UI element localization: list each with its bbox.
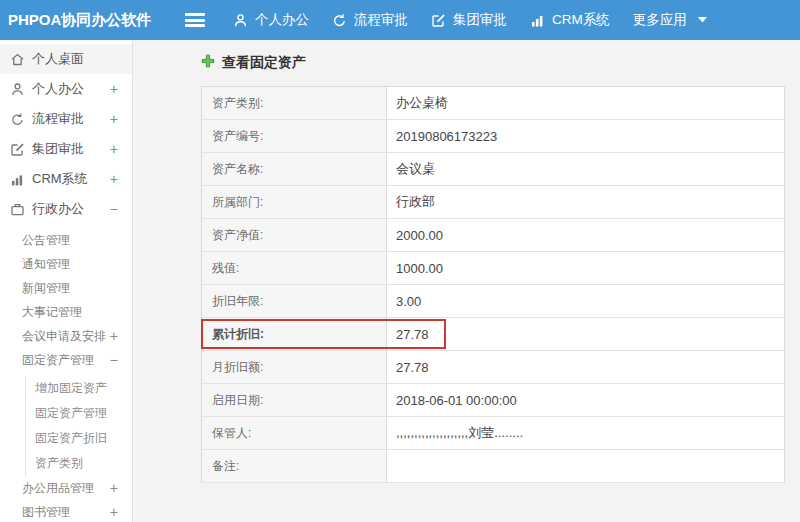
table-row-department: 所属部门: 行政部 bbox=[202, 186, 785, 219]
nav-personal-office[interactable]: 个人办公 bbox=[233, 11, 309, 29]
row-label: 备注: bbox=[202, 450, 387, 483]
sidebar-item-news-mgmt[interactable]: 新闻管理 bbox=[0, 276, 132, 300]
row-value: 行政部 bbox=[387, 186, 785, 219]
hamburger-menu-icon[interactable] bbox=[185, 13, 205, 27]
nav-label: 更多应用 bbox=[633, 11, 687, 29]
app-logo[interactable]: PHPOA协同办公软件 bbox=[0, 11, 165, 30]
sidebar-item-announcement-mgmt[interactable]: 公告管理 bbox=[0, 228, 132, 252]
caret-down-icon bbox=[698, 17, 707, 23]
row-label: 折旧年限: bbox=[202, 285, 387, 318]
expand-toggle[interactable]: + bbox=[110, 81, 118, 97]
table-row-asset-number: 资产编号: 20190806173223 bbox=[202, 120, 785, 153]
row-label: 资产净值: bbox=[202, 219, 387, 252]
sidebar-item-label: 集团审批 bbox=[32, 140, 84, 158]
nav-group-approval[interactable]: 集团审批 bbox=[431, 11, 507, 29]
sidebar-item-notice-mgmt[interactable]: 通知管理 bbox=[0, 252, 132, 276]
sidebar-item-fixed-asset-manage[interactable]: 固定资产管理 bbox=[26, 401, 132, 426]
row-label: 所属部门: bbox=[202, 186, 387, 219]
main-content: 查看固定资产 资产类别: 办公桌椅 资产编号: 20190806173223 资… bbox=[133, 40, 800, 522]
sidebar-item-label: 固定资产管理 bbox=[22, 352, 94, 369]
row-label: 资产类别: bbox=[202, 87, 387, 120]
expand-toggle[interactable]: + bbox=[110, 480, 118, 496]
sidebar-item-add-fixed-asset[interactable]: 增加固定资产 bbox=[26, 376, 132, 401]
sidebar-item-office-supplies-mgmt[interactable]: 办公用品管理+ bbox=[0, 476, 132, 500]
user-icon bbox=[10, 82, 25, 97]
table-row-custodian: 保管人: ,,,,,,,,,,,,,,,,,,,,刘莹........ bbox=[202, 417, 785, 450]
nav-crm-system[interactable]: CRM系统 bbox=[530, 11, 610, 29]
app-window: PHPOA协同办公软件 个人办公 流程审批 集团审批 bbox=[0, 0, 800, 522]
row-value: 27.78 bbox=[387, 351, 785, 384]
sidebar-item-asset-category[interactable]: 资产类别 bbox=[26, 451, 132, 476]
expand-toggle[interactable]: + bbox=[110, 141, 118, 157]
row-label: 累计折旧: bbox=[202, 318, 387, 351]
row-label: 月折旧额: bbox=[202, 351, 387, 384]
bar-chart-icon bbox=[530, 13, 545, 28]
expand-toggle[interactable]: + bbox=[110, 111, 118, 127]
sidebar-item-label: 资产类别 bbox=[35, 455, 83, 472]
expand-toggle[interactable]: + bbox=[110, 328, 118, 344]
sidebar-item-label: 个人办公 bbox=[32, 80, 84, 98]
sidebar-item-crm-system[interactable]: CRM系统 + bbox=[0, 164, 132, 194]
fixed-assets-submenu: 增加固定资产 固定资产管理 固定资产折旧 资产类别 bbox=[25, 376, 132, 476]
sidebar-item-label: 固定资产折旧 bbox=[35, 430, 107, 447]
nav-workflow-approval[interactable]: 流程审批 bbox=[332, 11, 408, 29]
sidebar-item-group-approval[interactable]: 集团审批 + bbox=[0, 134, 132, 164]
workflow-icon bbox=[332, 13, 347, 28]
table-row-depreciation-years: 折旧年限: 3.00 bbox=[202, 285, 785, 318]
expand-toggle[interactable]: + bbox=[110, 504, 118, 520]
sidebar-item-label: 固定资产管理 bbox=[35, 405, 107, 422]
row-value: 2018-06-01 00:00:00 bbox=[387, 384, 785, 417]
sidebar-item-label: 行政办公 bbox=[32, 200, 84, 218]
row-value: 20190806173223 bbox=[387, 120, 785, 153]
row-value bbox=[387, 450, 785, 483]
table-row-monthly-depreciation: 月折旧额: 27.78 bbox=[202, 351, 785, 384]
row-value: ,,,,,,,,,,,,,,,,,,,,刘莹........ bbox=[387, 417, 785, 450]
nav-label: 流程审批 bbox=[354, 11, 408, 29]
asset-detail-table: 资产类别: 办公桌椅 资产编号: 20190806173223 资产名称: 会议… bbox=[201, 86, 785, 483]
bar-chart-icon bbox=[10, 172, 25, 187]
page-title: 查看固定资产 bbox=[201, 50, 788, 76]
edit-icon bbox=[10, 142, 25, 157]
sidebar-item-admin-office[interactable]: 行政办公 − bbox=[0, 194, 132, 224]
row-value: 办公桌椅 bbox=[387, 87, 785, 120]
row-value: 1000.00 bbox=[387, 252, 785, 285]
sidebar-item-fixed-asset-depreciation[interactable]: 固定资产折旧 bbox=[26, 426, 132, 451]
sidebar-item-label: 公告管理 bbox=[22, 232, 70, 249]
sidebar-item-events-mgmt[interactable]: 大事记管理 bbox=[0, 300, 132, 324]
sidebar-item-label: 图书管理 bbox=[22, 504, 70, 521]
table-row-asset-name: 资产名称: 会议桌 bbox=[202, 153, 785, 186]
workflow-icon bbox=[10, 112, 25, 127]
row-value: 3.00 bbox=[387, 285, 785, 318]
sidebar-item-book-mgmt[interactable]: 图书管理+ bbox=[0, 500, 132, 522]
sidebar-item-label: 通知管理 bbox=[22, 256, 70, 273]
row-label: 资产名称: bbox=[202, 153, 387, 186]
sidebar-item-fixed-assets-mgmt[interactable]: 固定资产管理− bbox=[0, 348, 132, 372]
row-label: 启用日期: bbox=[202, 384, 387, 417]
top-navigation: 个人办公 流程审批 集团审批 CRM系统 bbox=[233, 11, 730, 29]
nav-label: 个人办公 bbox=[255, 11, 309, 29]
collapse-toggle[interactable]: − bbox=[110, 201, 118, 217]
sidebar-item-personal-desktop[interactable]: 个人桌面 bbox=[0, 44, 132, 74]
table-row-remarks: 备注: bbox=[202, 450, 785, 483]
sidebar-item-meeting-request[interactable]: 会议申请及安排+ bbox=[0, 324, 132, 348]
sidebar: 个人桌面 个人办公 + 流程审批 + bbox=[0, 40, 133, 522]
expand-toggle[interactable]: + bbox=[110, 171, 118, 187]
sidebar-item-label: 会议申请及安排 bbox=[22, 328, 106, 345]
sidebar-item-workflow-approval[interactable]: 流程审批 + bbox=[0, 104, 132, 134]
home-icon bbox=[10, 52, 25, 67]
admin-office-submenu: 公告管理 通知管理 新闻管理 大事记管理 会议申请及安排+ 固定资产管理− 增加… bbox=[0, 228, 132, 522]
user-icon bbox=[233, 13, 248, 28]
table-row-asset-category: 资产类别: 办公桌椅 bbox=[202, 87, 785, 120]
sidebar-item-personal-office[interactable]: 个人办公 + bbox=[0, 74, 132, 104]
table-row-residual-value: 残值: 1000.00 bbox=[202, 252, 785, 285]
row-value: 2000.00 bbox=[387, 219, 785, 252]
sidebar-item-label: 大事记管理 bbox=[22, 304, 82, 321]
collapse-toggle[interactable]: − bbox=[110, 352, 118, 368]
nav-more-apps[interactable]: 更多应用 bbox=[633, 11, 707, 29]
nav-label: CRM系统 bbox=[552, 11, 610, 29]
page-title-text: 查看固定资产 bbox=[222, 54, 306, 72]
table-row-start-date: 启用日期: 2018-06-01 00:00:00 bbox=[202, 384, 785, 417]
nav-label: 集团审批 bbox=[453, 11, 507, 29]
edit-icon bbox=[431, 13, 446, 28]
green-plus-icon bbox=[201, 54, 215, 72]
